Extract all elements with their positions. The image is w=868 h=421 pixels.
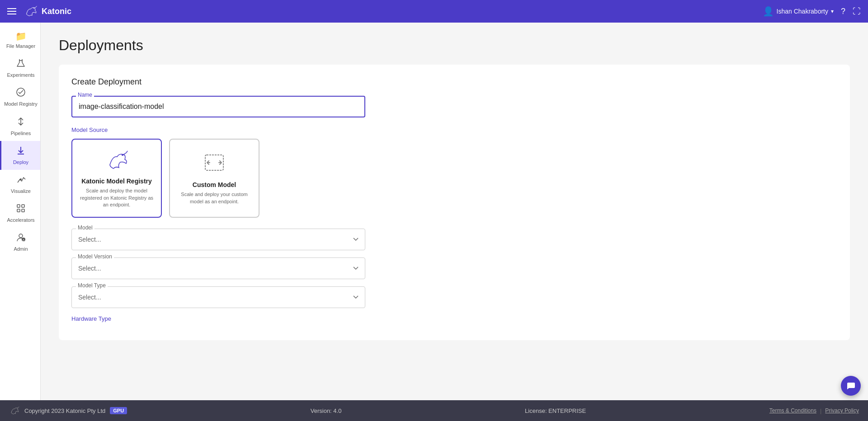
- header-right: 👤 Ishan Chakraborty ▾ ? ⛶: [763, 6, 861, 17]
- custom-model-name: Custom Model: [193, 181, 236, 188]
- visualize-icon: [16, 174, 26, 187]
- hardware-type-label: Hardware Type: [71, 315, 837, 322]
- custom-model-desc: Scale and deploy your custom model as an…: [177, 191, 251, 205]
- sidebar-label-file-manager: File Manager: [6, 43, 35, 49]
- footer-logo-icon: [9, 406, 20, 415]
- user-menu[interactable]: 👤 Ishan Chakraborty ▾: [763, 6, 834, 17]
- katonic-registry-name: Katonic Model Registry: [81, 178, 152, 185]
- svg-point-9: [19, 234, 23, 238]
- footer-copyright: Copyright 2023 Katonic Pty Ltd: [24, 407, 105, 414]
- svg-rect-8: [22, 209, 24, 212]
- sidebar-label-admin: Admin: [14, 246, 28, 252]
- model-select[interactable]: Select...: [71, 229, 365, 250]
- sidebar-item-model-registry[interactable]: Model Registry: [0, 83, 40, 112]
- sidebar-item-accelerators[interactable]: Accelerators: [0, 199, 40, 228]
- admin-icon: A: [16, 232, 26, 244]
- terms-conditions-link[interactable]: Terms & Conditions: [769, 407, 816, 414]
- gpu-badge: GPU: [110, 407, 127, 414]
- name-label: Name: [76, 92, 94, 98]
- model-type-label: Model Type: [76, 282, 108, 289]
- footer-right: Terms & Conditions | Privacy Policy: [769, 407, 859, 414]
- sidebar-item-deploy[interactable]: Deploy: [0, 141, 40, 170]
- name-input[interactable]: [71, 96, 365, 117]
- chat-bubble-button[interactable]: [841, 376, 861, 396]
- user-name: Ishan Chakraborty: [777, 8, 828, 15]
- sidebar-item-file-manager[interactable]: 📁 File Manager: [0, 26, 40, 54]
- sidebar-label-pipelines: Pipelines: [11, 131, 31, 136]
- model-source-grid: Katonic Model Registry Scale and deploy …: [71, 139, 837, 218]
- help-icon[interactable]: ?: [841, 7, 845, 16]
- katonic-logo-icon: [24, 4, 38, 19]
- sidebar-label-deploy: Deploy: [13, 159, 28, 165]
- svg-text:A: A: [23, 239, 24, 241]
- svg-point-4: [20, 178, 22, 180]
- sidebar-label-experiments: Experiments: [7, 72, 34, 78]
- model-registry-icon: [16, 87, 26, 99]
- fullscreen-icon[interactable]: ⛶: [853, 7, 861, 16]
- model-version-select-group: Model Version Select...: [71, 257, 365, 279]
- footer-version: Version: 4.0: [311, 407, 342, 414]
- model-label: Model: [76, 225, 94, 231]
- custom-model-icon: [201, 151, 228, 176]
- footer-divider: |: [820, 407, 821, 414]
- deploy-icon: [16, 145, 26, 158]
- svg-point-12: [122, 154, 123, 156]
- file-manager-icon: 📁: [15, 31, 27, 42]
- logo-text: Katonic: [42, 7, 71, 16]
- experiments-icon: [16, 58, 26, 70]
- katonic-registry-icon: [101, 148, 132, 172]
- main-layout: 📁 File Manager Experiments Model Registr…: [0, 23, 868, 400]
- header-left: Katonic: [7, 4, 71, 19]
- svg-rect-6: [22, 205, 24, 207]
- main-content: Deployments Create Deployment Name Model…: [41, 23, 868, 400]
- footer-license: License: ENTERPRISE: [525, 407, 586, 414]
- model-version-select[interactable]: Select...: [71, 257, 365, 279]
- logo: Katonic: [24, 4, 71, 19]
- footer-left: Copyright 2023 Katonic Pty Ltd GPU: [9, 406, 127, 415]
- sidebar-item-pipelines[interactable]: Pipelines: [0, 112, 40, 141]
- footer-logo: [9, 406, 20, 415]
- pipelines-icon: [16, 117, 26, 129]
- create-deployment-card: Create Deployment Name Model Source: [59, 65, 850, 340]
- model-source-label: Model Source: [71, 126, 837, 133]
- chevron-down-icon: ▾: [831, 8, 834, 14]
- hamburger-menu-button[interactable]: [7, 8, 16, 14]
- privacy-policy-link[interactable]: Privacy Policy: [825, 407, 859, 414]
- model-source-custom[interactable]: Custom Model Scale and deploy your custo…: [169, 139, 259, 218]
- katonic-registry-desc: Scale and deploy the model registered on…: [80, 187, 154, 208]
- svg-rect-5: [17, 205, 20, 207]
- sidebar-item-visualize[interactable]: Visualize: [0, 170, 40, 199]
- model-version-label: Model Version: [76, 253, 114, 260]
- sidebar: 📁 File Manager Experiments Model Registr…: [0, 23, 41, 400]
- svg-rect-7: [17, 209, 20, 212]
- model-type-select[interactable]: Select...: [71, 286, 365, 308]
- sidebar-label-accelerators: Accelerators: [7, 217, 34, 223]
- footer: Copyright 2023 Katonic Pty Ltd GPU Versi…: [0, 400, 868, 421]
- sidebar-item-experiments[interactable]: Experiments: [0, 54, 40, 83]
- top-header: Katonic 👤 Ishan Chakraborty ▾ ? ⛶: [0, 0, 868, 23]
- svg-point-0: [33, 8, 34, 9]
- sidebar-label-model-registry: Model Registry: [4, 101, 37, 107]
- sidebar-label-visualize: Visualize: [11, 188, 31, 194]
- page-title: Deployments: [59, 37, 850, 54]
- sidebar-item-admin[interactable]: A Admin: [0, 228, 40, 257]
- model-source-katonic-registry[interactable]: Katonic Model Registry Scale and deploy …: [71, 139, 162, 218]
- accelerators-icon: [16, 203, 26, 215]
- model-type-select-group: Model Type Select...: [71, 286, 365, 308]
- create-deployment-title: Create Deployment: [71, 77, 837, 87]
- name-input-group: Name: [71, 96, 837, 117]
- model-select-group: Model Select...: [71, 229, 365, 250]
